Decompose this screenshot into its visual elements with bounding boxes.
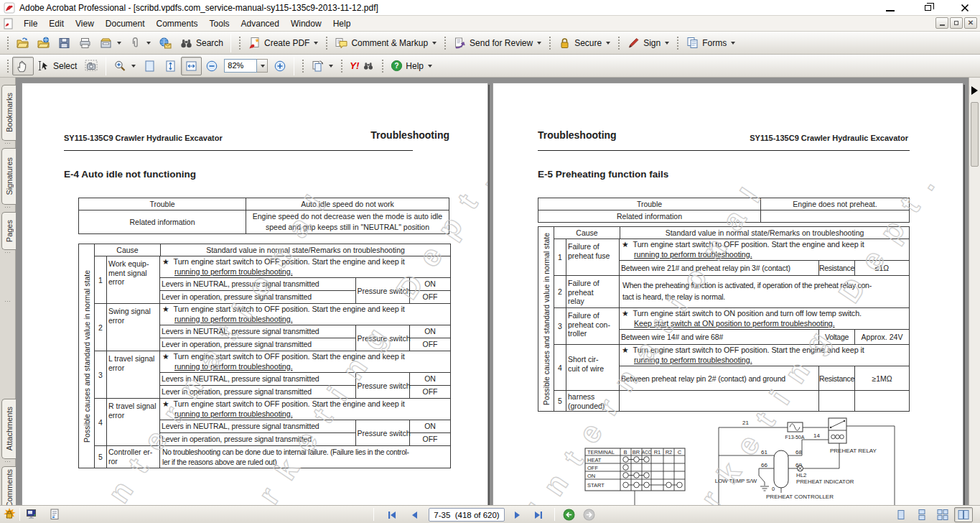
next-view-button[interactable]	[580, 508, 597, 522]
terminal-header: B	[623, 449, 627, 455]
secure-button[interactable]: Secure	[554, 34, 614, 52]
page-number-field[interactable]: 7-35 (418 of 620)	[429, 508, 505, 522]
search-button[interactable]: Search	[176, 34, 227, 52]
doc-close-button[interactable]: ✕	[964, 17, 977, 29]
doc-restore-button[interactable]	[950, 17, 963, 29]
save-button[interactable]	[54, 34, 75, 52]
zoom-dropdown-button[interactable]	[257, 59, 268, 73]
hand-tool-button[interactable]	[12, 57, 34, 75]
sidebar-tab-pages[interactable]: Pages	[1, 212, 16, 250]
dropdown-caret-icon	[432, 42, 437, 45]
cell-star-note: ★Turn engine start switch to ON position…	[620, 308, 909, 330]
menu-view[interactable]: View	[70, 17, 100, 31]
cell-value: Engine speed do not decrease wen the mod…	[246, 210, 449, 233]
toolbar-grip[interactable]	[443, 35, 447, 51]
cell-cause: Failure of preheat fuse	[566, 239, 620, 275]
cell-cause: Failure of preheat relay	[566, 276, 620, 307]
table-row: 4 Short cir- cuit of wire ★Turn engine s…	[554, 345, 909, 391]
sidebar-tab-attachments[interactable]: Attachments	[1, 399, 16, 459]
doc-minimize-button[interactable]	[935, 17, 948, 29]
pane-resize-grip[interactable]	[4, 300, 11, 303]
create-pdf-button[interactable]: Create PDF	[244, 34, 322, 52]
sign-button[interactable]: Sign	[623, 34, 673, 52]
last-page-button[interactable]	[530, 508, 547, 522]
organizer-button[interactable]	[95, 34, 125, 52]
first-page-button[interactable]	[383, 508, 401, 522]
cell-cause: L travel signal error	[107, 351, 160, 398]
open-web-page-button[interactable]	[33, 34, 54, 52]
table-row: Trouble Auto idle speed do not work	[79, 198, 449, 210]
help-button[interactable]: ?Help	[387, 57, 436, 75]
toolbar-grip[interactable]	[548, 35, 551, 51]
yahoo-search-button[interactable]: Y!	[346, 57, 378, 75]
close-button[interactable]	[956, 1, 974, 14]
cell-star-note: ★Turn engine start switch to OFF positio…	[160, 256, 450, 278]
facing-layout-button[interactable]	[954, 507, 973, 522]
toolbar-grip[interactable]	[6, 58, 9, 74]
open-button[interactable]	[12, 34, 33, 52]
menu-window[interactable]: Window	[285, 17, 327, 31]
terminal-header: ACC	[642, 450, 652, 455]
previous-view-button[interactable]	[560, 508, 577, 522]
toolbar-grip[interactable]	[676, 35, 679, 51]
zoom-in-button[interactable]	[270, 57, 290, 75]
tab-label: Pages	[5, 220, 14, 242]
document-pane[interactable]: International Marketing Dept. SY115-135C…	[16, 78, 969, 505]
fit-width-button[interactable]	[181, 57, 202, 75]
terminal-header: R1	[654, 449, 661, 455]
restore-button[interactable]	[918, 1, 937, 14]
menu-edit[interactable]: Edit	[43, 17, 70, 31]
snapshot-tool-button[interactable]	[80, 57, 102, 75]
toolbar-grip[interactable]	[325, 35, 328, 51]
single-page-layout-button[interactable]	[892, 507, 910, 522]
menu-comments[interactable]: Comments	[151, 17, 204, 31]
sidebar-tab-signatures[interactable]: Signatures	[1, 148, 16, 205]
scrollbar-thumb[interactable]	[971, 102, 979, 167]
attach-button[interactable]	[125, 34, 154, 52]
vertical-scrollbar[interactable]	[969, 78, 980, 505]
toolbar-grip[interactable]	[617, 35, 620, 51]
zoom-level-combo[interactable]: 82%	[224, 59, 268, 73]
toolbar-grip[interactable]	[381, 58, 384, 74]
previous-page-button[interactable]	[406, 508, 424, 522]
zoom-tool-button[interactable]	[110, 57, 139, 75]
sidebar-tab-comments[interactable]: Comments	[1, 466, 16, 511]
menu-help[interactable]: Help	[327, 17, 357, 31]
zoom-out-button[interactable]	[202, 57, 222, 75]
page-display-button[interactable]	[307, 57, 337, 75]
terminal-row-label: OFF	[587, 465, 598, 471]
continuous-layout-button[interactable]	[913, 507, 931, 522]
sidebar-tab-bookmarks[interactable]: Bookmarks	[1, 85, 16, 141]
print-button[interactable]	[75, 34, 95, 52]
actual-size-button[interactable]	[139, 57, 160, 75]
minimize-icon	[940, 24, 945, 26]
toolbar-grip[interactable]	[301, 58, 304, 74]
pane-toggle-arrow-icon[interactable]	[971, 86, 978, 95]
security-settings-button[interactable]	[3, 508, 16, 523]
menu-file[interactable]: File	[18, 17, 43, 31]
forms-button[interactable]: Forms	[682, 34, 739, 52]
cell-cause: Failure of preheat con- troller	[566, 308, 620, 344]
fit-page-button[interactable]	[160, 57, 181, 75]
minimize-button[interactable]	[881, 1, 900, 14]
menu-advanced[interactable]: Advanced	[235, 17, 285, 31]
menu-tools[interactable]: Tools	[204, 17, 235, 31]
continuous-facing-layout-button[interactable]	[933, 507, 952, 522]
send-for-review-button[interactable]: Send for Review	[449, 34, 545, 52]
page-view-button[interactable]	[48, 508, 61, 523]
circuit-wiring: 21 F13-50A PREHEAT RELAY 14 61 68 66 69	[715, 418, 895, 505]
toolbar-grip[interactable]	[6, 35, 9, 51]
cell-row-number: 5	[95, 446, 107, 468]
menu-document[interactable]: Document	[100, 17, 151, 31]
email-button[interactable]	[154, 34, 176, 52]
screen-mode-button[interactable]	[25, 508, 38, 523]
toolbar-grip[interactable]	[238, 35, 241, 51]
next-page-button[interactable]	[508, 508, 526, 522]
comment-markup-button[interactable]: Comment & Markup	[331, 34, 440, 52]
select-tool-button[interactable]: Select	[34, 57, 80, 75]
tab-grip-dots	[4, 251, 11, 254]
zoom-level-value[interactable]: 82%	[224, 59, 257, 73]
last-page-icon	[533, 509, 544, 521]
toolbar-grip[interactable]	[340, 58, 343, 74]
first-page-icon	[386, 509, 398, 521]
